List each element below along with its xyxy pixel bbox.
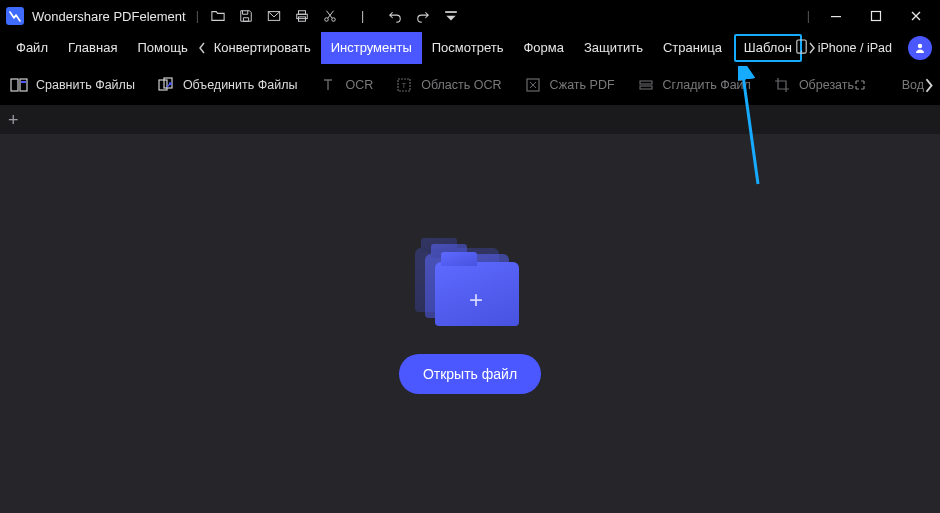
open-file-button[interactable]: Открыть файл [399,354,541,394]
new-tab-button[interactable]: + [8,111,19,129]
menu-convert[interactable]: Конвертировать [204,32,321,64]
customize-qat-dropdown[interactable] [444,9,458,23]
redo-icon[interactable] [416,9,430,23]
svg-rect-21 [640,86,652,89]
document-tab-bar: + [0,104,940,134]
save-icon[interactable] [239,9,253,23]
menu-file[interactable]: Файл [6,32,58,64]
separator: | [361,9,364,23]
cut-icon[interactable] [323,9,337,23]
ribbon-compress[interactable]: Сжать PDF [524,76,615,94]
menu-home[interactable]: Главная [58,32,127,64]
open-folder-icon[interactable] [211,9,225,23]
title-bar: Wondershare PDFelement | | | [0,0,940,32]
svg-rect-1 [298,11,305,15]
undo-icon[interactable] [388,9,402,23]
ribbon-combine-label: Объединить Файлы [183,78,298,92]
ribbon-crop-label: Обрезать [799,78,854,92]
menu-page[interactable]: Страница [653,32,732,64]
separator: | [196,9,199,23]
theme-moon-icon[interactable] [793,9,807,23]
separator: | [807,9,810,23]
ribbon-watermark-label: Вод [902,78,924,92]
device-label[interactable]: iPhone / iPad [818,41,892,55]
menu-template-highlighted[interactable]: Шаблон [734,34,802,62]
close-button[interactable] [896,0,936,32]
ribbon-flatten[interactable]: Сгладить Файл [637,76,751,94]
svg-rect-14 [21,81,26,83]
maximize-button[interactable] [856,0,896,32]
ribbon-flatten-label: Сгладить Файл [663,78,751,92]
svg-rect-6 [445,11,457,13]
menu-tools[interactable]: Инструменты [321,32,422,64]
minimize-button[interactable] [816,0,856,32]
svg-point-11 [918,44,922,48]
menu-template-label: Шаблон [744,40,792,55]
menu-view[interactable]: Посмотреть [422,32,514,64]
ribbon-compare[interactable]: Сравнить Файлы [10,76,135,94]
main-menu-bar: Файл Главная Помощь Конвертировать Инстр… [0,32,940,64]
svg-rect-13 [20,79,27,91]
crop-icon [773,76,791,94]
open-file-graphic[interactable]: + [415,244,525,334]
ocr-icon [319,76,337,94]
ribbon-compress-label: Сжать PDF [550,78,615,92]
menu-protect[interactable]: Защитить [574,32,653,64]
ribbon-scroll-right-icon[interactable] [924,78,934,92]
ribbon-ocr[interactable]: OCR [319,76,373,94]
svg-rect-8 [872,12,881,21]
device-icon [795,39,808,57]
svg-rect-12 [11,79,18,91]
plus-icon: + [469,286,483,314]
open-file-button-label: Открыть файл [423,366,517,382]
ribbon-watermark[interactable]: Вод [902,78,924,92]
ribbon-crop[interactable]: Обрезать [773,76,854,94]
flatten-icon [637,76,655,94]
app-title: Wondershare PDFelement [32,9,186,24]
menu-form[interactable]: Форма [513,32,574,64]
ribbon-combine[interactable]: Объединить Файлы [157,76,298,94]
ribbon-compare-label: Сравнить Файлы [36,78,135,92]
user-avatar[interactable] [908,36,932,60]
svg-rect-20 [640,81,652,84]
svg-point-4 [325,18,329,22]
compress-icon [524,76,542,94]
ribbon-ocr-area-label: Область OCR [421,78,501,92]
ribbon-ocr-label: OCR [345,78,373,92]
menu-help[interactable]: Помощь [127,32,197,64]
compare-icon [10,76,28,94]
app-logo-icon [6,7,24,25]
svg-rect-7 [831,16,841,17]
ocr-area-icon: T [395,76,413,94]
ribbon-ocr-area[interactable]: T Область OCR [395,76,501,94]
combine-icon [157,76,175,94]
svg-point-5 [332,18,336,22]
ribbon-expand-icon[interactable] [854,65,866,105]
print-icon[interactable] [295,9,309,23]
quick-access-toolbar: | [211,9,458,23]
workspace-empty: + Открыть файл [0,134,940,513]
mail-icon[interactable] [267,9,281,23]
svg-point-10 [800,50,802,52]
svg-text:T: T [402,82,407,89]
ribbon-tools: Сравнить Файлы Объединить Файлы OCR T Об… [0,64,940,104]
